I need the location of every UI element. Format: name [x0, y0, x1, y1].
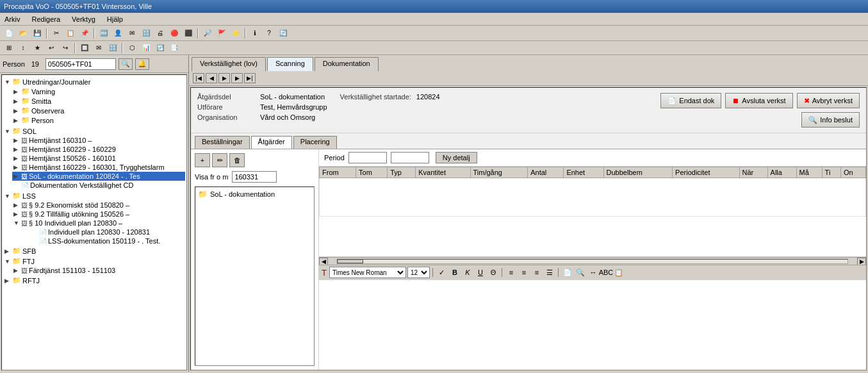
tb2-b7[interactable]: ✉ — [92, 42, 105, 54]
tree-item-indiv-plan[interactable]: 📄 Individuell plan 120830 - 120831 — [30, 228, 185, 236]
tb-paste[interactable]: 📌 — [78, 28, 91, 39]
tb2-b12[interactable]: 📑 — [168, 42, 181, 54]
tb-b5[interactable]: 🖨 — [154, 28, 167, 39]
rt-align-center-btn[interactable]: ≡ — [518, 267, 530, 278]
col-on[interactable]: On — [840, 167, 865, 178]
rt-special-btn[interactable]: Θ — [487, 267, 499, 278]
scroll-right-btn[interactable]: ▶ — [857, 258, 866, 265]
hscroll-bar[interactable]: ◀ ▶ — [319, 257, 866, 265]
tab-verkstallighet[interactable]: Verkställighet (lov) — [192, 57, 266, 71]
menu-hjalp[interactable]: Hjälp — [105, 15, 125, 24]
tb2-b11[interactable]: 🔃 — [154, 42, 167, 54]
rt-spell-btn[interactable]: ✓ — [436, 267, 448, 278]
tb2-b6[interactable]: 🔲 — [78, 42, 91, 54]
tree-item-rftj[interactable]: ▶ 📁 RFTJ — [3, 276, 185, 285]
col-ti[interactable]: Ti — [822, 167, 840, 178]
rt-align-left-btn[interactable]: ≡ — [505, 267, 517, 278]
tb-star[interactable]: ⭐ — [229, 28, 242, 39]
rt-insert-btn[interactable]: 📄 — [562, 267, 573, 278]
tb-b6[interactable]: 🔴 — [168, 28, 181, 39]
tree-item-92-ekonomi[interactable]: ▶ 🖼 § 9.2 Ekonomiskt stöd 150820 – — [12, 201, 185, 210]
menu-arkiv[interactable]: Arkiv — [3, 15, 22, 24]
tb-cut[interactable]: ✂ — [50, 28, 63, 39]
endast-dok-btn[interactable]: 📄 Endast dok — [660, 93, 721, 108]
avbryt-verkst-btn[interactable]: ✖ Avbryt verkst — [797, 93, 860, 108]
atgarder-tree[interactable]: 📁 SoL - dokumentation — [195, 187, 315, 366]
tree-item-hemtjanst3[interactable]: ▶ 🖼 Hemtjänst 150526 - 160101 — [12, 154, 185, 163]
tree-item-hemtjanst2[interactable]: ▶ 🖼 Hemtjänst 160229 - 160229 — [12, 145, 185, 154]
period-to-input[interactable] — [391, 152, 429, 163]
tb-help[interactable]: ? — [263, 28, 275, 39]
rt-spell2-btn[interactable]: ABC — [600, 267, 612, 278]
col-alla[interactable]: Alla — [767, 167, 796, 178]
tb-b2[interactable]: 👤 — [111, 28, 124, 39]
nav-next[interactable]: ▶ — [231, 73, 243, 83]
tb-b3[interactable]: ✉ — [126, 28, 138, 39]
col-tim[interactable]: Tim/gång — [470, 167, 528, 178]
tb-new[interactable]: 📄 — [3, 28, 15, 39]
rt-list-btn[interactable]: ☰ — [544, 267, 555, 278]
rt-content[interactable] — [319, 279, 866, 370]
scroll-track[interactable] — [337, 259, 848, 264]
col-from[interactable]: From — [320, 167, 356, 178]
tb-zoom[interactable]: 🔎 — [201, 28, 214, 39]
col-periodicitet[interactable]: Periodicitet — [673, 167, 739, 178]
tree-item-sol-dok[interactable]: ▶ 🖼 SoL - dokumentation 120824 - . Tes — [12, 172, 185, 181]
person-input[interactable] — [45, 58, 116, 70]
scroll-left-btn[interactable]: ◀ — [319, 258, 328, 265]
tree-item-ftj[interactable]: ▼ 📁 FTJ — [3, 256, 185, 266]
tree-item-10-individuell[interactable]: ▼ 🖼 § 10 Individuell plan 120830 – — [12, 219, 185, 228]
rt-align-right-btn[interactable]: ≡ — [531, 267, 543, 278]
tree-item-92-tillfallig[interactable]: ▶ 🖼 § 9.2 Tillfällig utökning 150526 – — [12, 210, 185, 219]
atgarder-item-sol[interactable]: 📁 SoL - dokumentation — [197, 188, 313, 200]
rt-underline-btn[interactable]: U — [475, 267, 486, 278]
info-beslut-btn[interactable]: 🔍 Info beslut — [801, 112, 860, 128]
tree-item-sol[interactable]: ▼ 📁 SOL — [3, 126, 185, 136]
font-family-select[interactable]: Times New Roman — [329, 267, 406, 278]
nav-first[interactable]: |◀ — [193, 73, 204, 83]
scroll-thumb[interactable] — [338, 260, 363, 263]
tb2-b4[interactable]: ↩ — [45, 42, 58, 54]
atgarder-del-btn[interactable]: 🗑 — [229, 153, 245, 167]
tree-item-hemtjanst1[interactable]: ▶ 🖼 Hemtjänst 160310 – — [12, 136, 185, 145]
avsluta-verkst-btn[interactable]: ⏹ Avsluta verkst — [725, 93, 792, 108]
tab-placering[interactable]: Placering — [293, 136, 337, 149]
tab-atgarder[interactable]: Åtgärder — [251, 136, 292, 149]
tree-item-dok-verk[interactable]: 📄 Dokumentation Verkställighet CD — [12, 181, 185, 190]
col-dubbel[interactable]: Dubbelbem — [603, 167, 673, 178]
tree-item-hemtjanst4[interactable]: ▶ 🖼 Hemtjänst 160229 - 160301, Trygghets… — [12, 163, 185, 172]
person-bell-btn[interactable]: 🔔 — [135, 58, 149, 70]
tb2-b2[interactable]: ↕ — [17, 42, 29, 54]
nav-next-field[interactable]: ▶ — [218, 73, 230, 83]
col-kvantitet[interactable]: Kvantitet — [416, 167, 470, 178]
period-from-input[interactable] — [348, 152, 387, 163]
tree-item-varning[interactable]: ▶ 📁 Varning — [12, 87, 185, 96]
col-typ[interactable]: Typ — [388, 167, 416, 178]
tree-item-observera[interactable]: ▶ 📁 Observera — [12, 106, 185, 115]
tb-info[interactable]: ℹ — [249, 28, 261, 39]
rt-paste-btn[interactable]: 📋 — [613, 267, 625, 278]
tb2-b10[interactable]: 📊 — [140, 42, 152, 54]
col-tom[interactable]: Tom — [356, 167, 388, 178]
atgarder-edit-btn[interactable]: ✏ — [212, 153, 227, 167]
tb-copy[interactable]: 📋 — [64, 28, 77, 39]
menu-redigera[interactable]: Redigera — [29, 15, 62, 24]
tb-refresh[interactable]: 🔄 — [277, 28, 290, 39]
tree-item-utredningar[interactable]: ▼ 📁 Utredningar/Journaler — [3, 77, 185, 87]
rt-replace-btn[interactable]: ↔ — [587, 267, 599, 278]
tb-open[interactable]: 📂 — [17, 28, 29, 39]
col-antal[interactable]: Antal — [528, 167, 564, 178]
table-area[interactable]: From Tom Typ Kvantitet Tim/gång Antal En… — [319, 167, 866, 257]
person-search-btn[interactable]: 🔍 — [119, 58, 133, 70]
rt-bold-btn[interactable]: B — [449, 267, 461, 278]
col-nar[interactable]: När — [739, 167, 767, 178]
tree-item-fardtjanst[interactable]: ▶ 🖼 Färdtjänst 151103 - 151103 — [12, 266, 185, 275]
tb-save[interactable]: 💾 — [31, 28, 44, 39]
tree-item-person[interactable]: ▶ 📁 Person — [12, 115, 185, 125]
tab-scanning[interactable]: Scanning — [267, 57, 313, 71]
rt-italic-btn[interactable]: K — [462, 267, 473, 278]
tb2-b1[interactable]: ⊞ — [3, 42, 15, 54]
tb2-b3[interactable]: ★ — [31, 42, 44, 54]
tb-b7[interactable]: ⬛ — [182, 28, 195, 39]
tree-item-smitta[interactable]: ▶ 📁 Smitta — [12, 96, 185, 106]
